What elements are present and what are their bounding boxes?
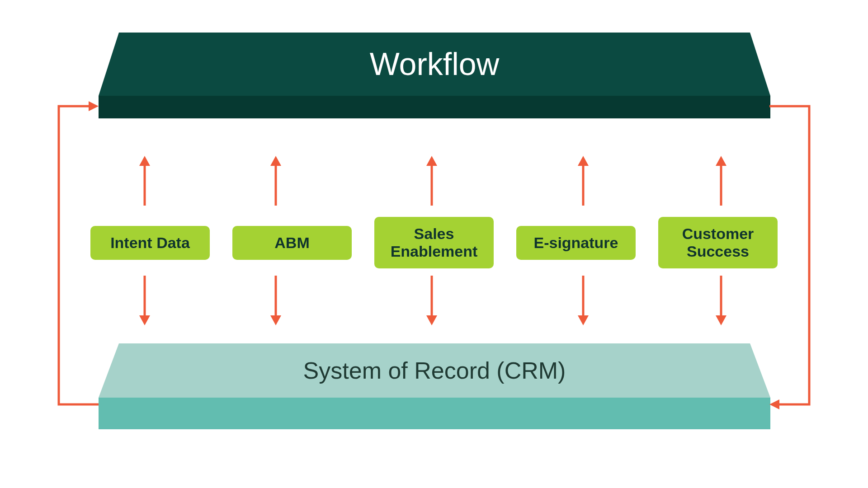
arrow-up-icon (574, 156, 592, 206)
arrow-down-icon (423, 276, 441, 325)
arrow-up-icon (136, 156, 154, 206)
diagram-stage: Workflow System of Record (CRM) Intent D… (0, 0, 868, 488)
crm-label: System of Record (CRM) (99, 343, 770, 398)
svg-marker-21 (769, 399, 779, 409)
workflow-slab-side-face (99, 96, 770, 118)
category-intent-data: Intent Data (90, 226, 210, 260)
arrow-down-icon (136, 276, 154, 325)
workflow-slab: Workflow (99, 33, 770, 118)
arrow-down-icon (574, 276, 592, 325)
svg-marker-19 (716, 315, 726, 325)
category-abm: ABM (232, 226, 352, 260)
arrow-down-icon (267, 276, 285, 325)
feedback-arrow-left-icon (41, 97, 104, 413)
svg-marker-13 (270, 315, 281, 325)
category-row: Intent Data ABM SalesEnablement E-signat… (90, 217, 778, 268)
category-sales-enablement: SalesEnablement (374, 217, 494, 268)
svg-marker-5 (426, 156, 437, 166)
arrow-down-icon (712, 276, 730, 325)
svg-marker-7 (578, 156, 589, 166)
feedback-arrow-right-icon (764, 97, 827, 413)
arrow-up-icon (423, 156, 441, 206)
svg-marker-11 (139, 315, 150, 325)
svg-marker-15 (426, 315, 437, 325)
arrow-up-icon (267, 156, 285, 206)
workflow-label: Workflow (99, 33, 770, 96)
crm-slab-side-face (99, 398, 770, 429)
crm-slab: System of Record (CRM) (99, 343, 770, 429)
svg-marker-20 (89, 101, 99, 111)
category-esignature: E-signature (516, 226, 636, 260)
svg-marker-1 (139, 156, 150, 166)
svg-marker-3 (270, 156, 281, 166)
arrow-up-icon (712, 156, 730, 206)
svg-marker-9 (716, 156, 726, 166)
svg-marker-17 (578, 315, 589, 325)
category-customer-success: CustomerSuccess (658, 217, 778, 268)
